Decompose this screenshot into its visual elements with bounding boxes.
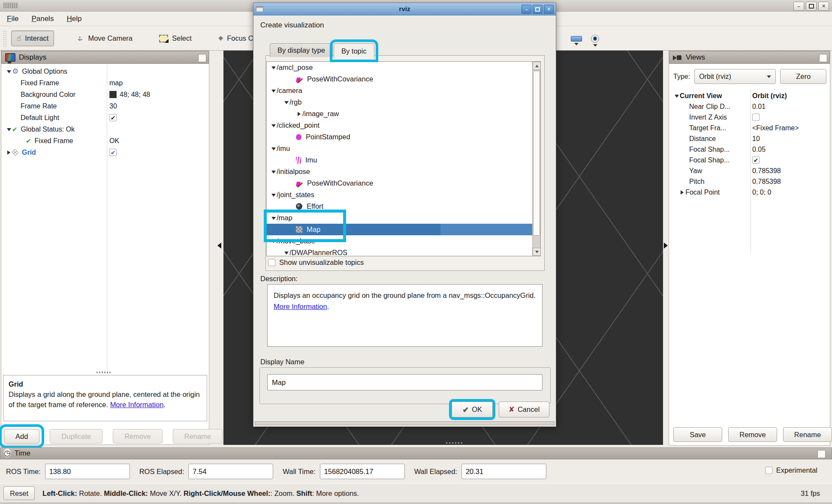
time-field-input[interactable] bbox=[461, 464, 546, 479]
topic-row[interactable]: /camera bbox=[267, 85, 540, 96]
remove-button[interactable]: Remove bbox=[113, 429, 162, 444]
scrollbar-thumb[interactable] bbox=[533, 71, 540, 236]
value-checkbox[interactable] bbox=[109, 114, 117, 121]
time-panel-header[interactable]: Time bbox=[0, 447, 832, 459]
views-tree-row[interactable]: Near Clip D...0.01 bbox=[670, 101, 829, 112]
views-tree-row[interactable]: Focal Point0; 0; 0 bbox=[670, 187, 829, 198]
expander-down-icon[interactable] bbox=[270, 169, 277, 174]
panel-float-button[interactable] bbox=[198, 54, 206, 62]
views-tree-row[interactable]: Target Fra...<Fixed Frame> bbox=[670, 123, 829, 133]
topic-row[interactable]: /move_base bbox=[267, 235, 540, 247]
menu-item-file[interactable]: File bbox=[7, 15, 18, 23]
view-type-dropdown[interactable]: Orbit (rviz) bbox=[694, 69, 776, 84]
topic-row[interactable]: /map bbox=[267, 212, 540, 224]
color-swatch[interactable] bbox=[109, 91, 117, 98]
tool-select[interactable]: Select bbox=[154, 31, 197, 45]
chevron-down-icon[interactable] bbox=[593, 44, 597, 49]
duplicate-button[interactable]: Duplicate bbox=[50, 429, 102, 444]
expander-down-icon[interactable] bbox=[270, 123, 277, 128]
expander-down-icon[interactable] bbox=[283, 250, 289, 255]
dialog-minimize-button[interactable]: – bbox=[522, 5, 531, 14]
tree-row[interactable]: Grid bbox=[2, 147, 208, 158]
topic-row[interactable]: /DWAPlannerROS bbox=[267, 247, 540, 256]
expander-down-icon[interactable] bbox=[283, 100, 289, 105]
column-divider[interactable] bbox=[107, 65, 107, 372]
panel-float-button[interactable] bbox=[817, 450, 826, 458]
topic-row[interactable]: /initialpose bbox=[267, 166, 540, 177]
expander-down-icon[interactable] bbox=[270, 216, 277, 221]
panel-float-button[interactable] bbox=[819, 54, 827, 62]
dialog-resize-bar[interactable] bbox=[255, 421, 555, 425]
minimize-button[interactable]: – bbox=[793, 2, 804, 11]
reset-button[interactable]: Reset bbox=[3, 486, 35, 500]
time-field-input[interactable] bbox=[188, 464, 273, 479]
zero-button[interactable]: Zero bbox=[780, 69, 826, 84]
time-field-input[interactable] bbox=[320, 464, 405, 479]
viewport-splitter-handle[interactable] bbox=[446, 442, 463, 444]
views-tree-row[interactable]: Focal Shap... bbox=[670, 155, 829, 165]
value-checkbox[interactable] bbox=[752, 156, 760, 164]
topic-row[interactable]: PointStamped bbox=[267, 131, 540, 143]
tab-by-display-type[interactable]: By display type bbox=[270, 43, 333, 57]
topic-row[interactable]: Effort bbox=[267, 201, 540, 212]
expander-right-icon[interactable] bbox=[6, 150, 12, 155]
show-unvisualizable-checkbox[interactable] bbox=[268, 259, 275, 266]
save-button[interactable]: Save bbox=[673, 427, 722, 442]
topic-row[interactable]: /rgb bbox=[267, 96, 540, 108]
tree-row[interactable]: Background Color48; 48; 48 bbox=[2, 89, 208, 100]
tab-by-topic[interactable]: By topic bbox=[334, 43, 374, 58]
views-tree-row[interactable]: Focal Shap...0.05 bbox=[670, 144, 829, 155]
cancel-button[interactable]: ✘ Cancel bbox=[499, 402, 549, 417]
expander-down-icon[interactable] bbox=[6, 127, 12, 132]
scrollbar[interactable] bbox=[532, 62, 540, 256]
expander-down-icon[interactable] bbox=[270, 65, 277, 70]
rename-button[interactable]: Rename bbox=[783, 427, 832, 442]
topic-row[interactable]: /joint_states bbox=[267, 189, 540, 201]
tree-row[interactable]: Fixed Framemap bbox=[2, 77, 208, 89]
expander-down-icon[interactable] bbox=[673, 93, 680, 99]
expander-down-icon[interactable] bbox=[6, 69, 12, 74]
menu-item-panels[interactable]: Panels bbox=[31, 15, 54, 23]
display-name-input[interactable] bbox=[267, 374, 543, 390]
value-checkbox[interactable] bbox=[109, 149, 117, 156]
tree-row[interactable]: Fixed FrameOK bbox=[2, 135, 208, 147]
views-panel-header[interactable]: Views bbox=[669, 51, 830, 64]
close-button[interactable]: ✕ bbox=[818, 2, 829, 11]
topic-row[interactable]: Imu bbox=[267, 154, 540, 166]
experimental-checkbox[interactable] bbox=[765, 467, 772, 474]
tool-eye[interactable] bbox=[591, 35, 599, 49]
tool-interact[interactable]: Interact bbox=[11, 30, 54, 46]
tree-row[interactable]: Frame Rate30 bbox=[2, 100, 208, 112]
expander-down-icon[interactable] bbox=[270, 146, 277, 151]
left-panel-collapse-arrow[interactable] bbox=[214, 243, 221, 249]
topic-row[interactable]: Map bbox=[267, 224, 540, 235]
topic-row[interactable]: /image_raw bbox=[267, 108, 540, 120]
dialog-close-button[interactable]: ✕ bbox=[544, 5, 554, 14]
expander-right-icon[interactable] bbox=[296, 112, 302, 116]
tool-move-camera[interactable]: Move Camera bbox=[70, 31, 138, 46]
displays-panel-header[interactable]: Displays bbox=[1, 51, 209, 64]
dialog-maximize-button[interactable] bbox=[533, 5, 543, 14]
topic-row[interactable]: /amcl_pose bbox=[267, 62, 540, 73]
panel-splitter-handle[interactable] bbox=[96, 372, 112, 373]
rename-button[interactable]: Rename bbox=[173, 429, 223, 444]
tree-row[interactable]: Global Options bbox=[2, 66, 208, 77]
ok-button[interactable]: ✔ OK bbox=[452, 402, 493, 417]
topic-row[interactable]: /imu bbox=[267, 143, 540, 154]
expander-right-icon[interactable] bbox=[679, 190, 685, 195]
tree-row[interactable]: Default Light bbox=[2, 112, 208, 123]
add-button[interactable]: Add bbox=[4, 429, 39, 444]
chevron-down-icon[interactable] bbox=[574, 43, 579, 48]
maximize-button[interactable] bbox=[806, 2, 817, 11]
views-tree-row[interactable]: Pitch0.785398 bbox=[670, 176, 829, 187]
tool-measure[interactable] bbox=[571, 36, 582, 48]
time-field-input[interactable] bbox=[45, 464, 130, 479]
views-tree-row[interactable]: Current ViewOrbit (rviz) bbox=[670, 90, 829, 101]
topic-row[interactable]: /clicked_point bbox=[267, 120, 540, 131]
dialog-titlebar[interactable]: rviz – ✕ bbox=[253, 3, 556, 15]
topic-row[interactable]: PoseWithCovariance bbox=[267, 177, 540, 189]
scroll-down-button[interactable] bbox=[533, 248, 541, 256]
toolbar-drag-handle[interactable] bbox=[3, 30, 7, 47]
views-tree-row[interactable]: Distance10 bbox=[670, 133, 829, 144]
more-information-link[interactable]: More Information bbox=[274, 303, 327, 310]
